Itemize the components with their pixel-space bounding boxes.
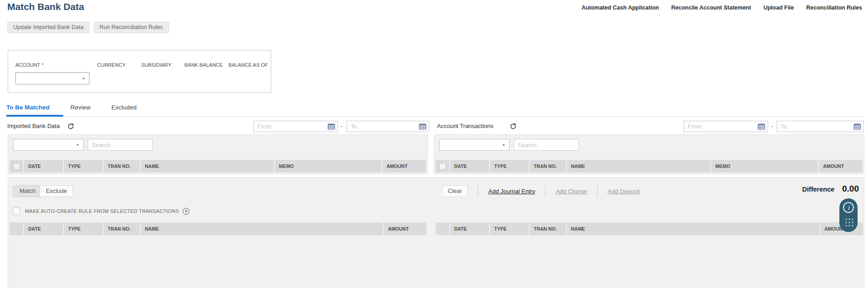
transaction-actions: Clear Add Journal Entry Add Charge Add D… — [442, 184, 640, 198]
required-asterisk: * — [41, 62, 43, 68]
subsidiary-label: SUBSIDIARY — [141, 62, 171, 68]
account-select[interactable]: ▼ — [15, 72, 89, 84]
column-header-name: NAME — [141, 160, 274, 173]
tab-to-be-matched[interactable]: To Be Matched — [6, 104, 50, 111]
calendar-icon[interactable] — [758, 123, 765, 130]
column-header-type: TYPE — [490, 160, 529, 173]
toolbar: Update Imported Bank Data Run Reconcilia… — [7, 22, 169, 33]
chevron-down-icon: ▼ — [82, 76, 85, 80]
imported-bank-data-title: Imported Bank Data — [7, 123, 60, 129]
info-icon[interactable]: i — [843, 202, 854, 213]
account-label: ACCOUNT* — [15, 62, 44, 68]
transactions-refresh-icon[interactable] — [510, 123, 517, 130]
calendar-icon[interactable] — [419, 123, 427, 130]
tab-review[interactable]: Review — [70, 104, 90, 111]
imported-date-to-input[interactable] — [347, 121, 429, 132]
select-all-checkbox[interactable] — [13, 163, 20, 170]
column-header-tran-no: TRAN NO. — [530, 222, 566, 235]
difference-label: Difference — [802, 186, 834, 193]
imported-date-from — [253, 121, 338, 132]
add-deposit-link[interactable]: Add Deposit — [608, 188, 640, 195]
transactions-date-to — [777, 121, 864, 132]
imported-filter-search-input[interactable] — [88, 139, 153, 151]
match-button[interactable]: Match — [13, 185, 42, 197]
link-upload-file[interactable]: Upload File — [764, 5, 794, 11]
calendar-icon[interactable] — [853, 123, 861, 130]
page-title: Match Bank Data — [7, 1, 84, 12]
calendar-icon[interactable] — [327, 123, 335, 130]
action-divider — [545, 185, 546, 197]
tab-divider — [6, 116, 864, 117]
date-range-separator: - — [771, 123, 773, 129]
feedback-widget[interactable]: i — [839, 198, 858, 232]
column-header-date: DATE — [450, 222, 489, 235]
top-nav: Automated Cash Application Reconcile Acc… — [581, 5, 862, 11]
chevron-down-icon: ▼ — [502, 143, 506, 147]
account-label-text: ACCOUNT — [15, 62, 40, 68]
transactions-date-from-input[interactable] — [684, 121, 768, 132]
header-spacer-cell — [436, 222, 449, 235]
imported-date-to — [347, 121, 429, 132]
column-header-name: NAME — [567, 160, 710, 173]
imported-filter-type-select[interactable]: ▼ — [13, 139, 84, 151]
active-tab-underline — [6, 115, 63, 117]
link-reconciliation-rules[interactable]: Reconciliation Rules — [806, 5, 862, 11]
account-transactions-panel: ▼ DATE TYPE TRAN NO. NAME MEMO AMOUNT — [434, 134, 864, 174]
transactions-table-header: DATE TYPE TRAN NO. NAME MEMO AMOUNT — [436, 160, 863, 173]
matching-workspace: Match Exclude Clear Add Journal Entry Ad… — [8, 177, 864, 287]
selected-transactions-table-header: DATE TYPE TRAN NO. NAME AMOUNT — [436, 222, 863, 235]
auto-create-rule-checkbox[interactable] — [13, 207, 20, 215]
transactions-date-to-input[interactable] — [777, 121, 863, 132]
run-reconciliation-rules-button[interactable]: Run Reconciliation Rules — [94, 22, 169, 33]
header-checkbox-cell — [436, 160, 449, 173]
column-header-tran-no: TRAN NO. — [530, 160, 566, 173]
add-charge-link[interactable]: Add Charge — [556, 188, 587, 195]
column-header-memo: MEMO — [275, 160, 382, 173]
currency-label: CURRENCY — [97, 62, 125, 68]
transactions-filter-search-input[interactable] — [514, 139, 579, 151]
column-header-name: NAME — [141, 222, 383, 235]
auto-create-rule-label: MAKE AUTO-CREATE RULE FROM SELECTED TRAN… — [25, 208, 179, 214]
column-header-type: TYPE — [490, 222, 529, 235]
match-bank-data-page: Match Bank Data Automated Cash Applicati… — [0, 0, 868, 291]
link-automated-cash-application[interactable]: Automated Cash Application — [581, 5, 659, 11]
action-divider — [597, 185, 598, 197]
action-divider — [478, 185, 478, 197]
selected-imported-table-header: DATE TYPE TRAN NO. NAME AMOUNT — [10, 222, 427, 235]
account-panel: ACCOUNT* CURRENCY SUBSIDIARY BANK BALANC… — [8, 50, 271, 93]
link-reconcile-account-statement[interactable]: Reconcile Account Statement — [671, 5, 751, 11]
imported-table-header: DATE TYPE TRAN NO. NAME MEMO AMOUNT — [10, 160, 426, 173]
header-spacer-cell — [10, 222, 23, 235]
difference-value: 0.00 — [842, 184, 859, 194]
column-header-type: TYPE — [64, 160, 103, 173]
column-header-tran-no: TRAN NO. — [104, 160, 140, 173]
tab-excluded[interactable]: Excluded — [111, 104, 137, 111]
column-header-amount: AMOUNT — [819, 160, 863, 173]
column-header-date: DATE — [24, 160, 63, 173]
column-header-name: NAME — [567, 222, 819, 235]
imported-date-from-input[interactable] — [254, 121, 337, 132]
balance-as-of-label: BALANCE AS OF — [228, 62, 268, 68]
difference-summary: Difference 0.00 — [802, 184, 859, 194]
transactions-filter-type-select[interactable]: ▼ — [439, 139, 510, 151]
imported-bank-data-panel: ▼ DATE TYPE TRAN NO. NAME MEMO AMOUNT — [8, 134, 428, 174]
select-all-checkbox[interactable] — [439, 163, 446, 170]
column-header-memo: MEMO — [711, 160, 818, 173]
column-header-date: DATE — [24, 222, 63, 235]
auto-create-rule-row: MAKE AUTO-CREATE RULE FROM SELECTED TRAN… — [13, 207, 189, 215]
dialpad-icon[interactable] — [844, 217, 853, 227]
bank-balance-label: BANK BALANCE — [184, 62, 223, 68]
column-header-amount: AMOUNT — [382, 160, 426, 173]
imported-refresh-icon[interactable] — [67, 123, 74, 130]
add-journal-entry-link[interactable]: Add Journal Entry — [488, 188, 535, 195]
help-icon[interactable]: ? — [183, 208, 189, 215]
exclude-button[interactable]: Exclude — [40, 185, 73, 197]
date-range-separator: - — [341, 123, 342, 129]
update-imported-bank-data-button[interactable]: Update Imported Bank Data — [7, 22, 89, 33]
transactions-date-from — [684, 121, 768, 132]
column-header-tran-no: TRAN NO. — [104, 222, 140, 235]
tab-bar: To Be Matched Review Excluded — [6, 104, 137, 111]
column-header-type: TYPE — [64, 222, 103, 235]
clear-button[interactable]: Clear — [442, 185, 468, 197]
account-transactions-title: Account Transactions — [437, 123, 493, 129]
